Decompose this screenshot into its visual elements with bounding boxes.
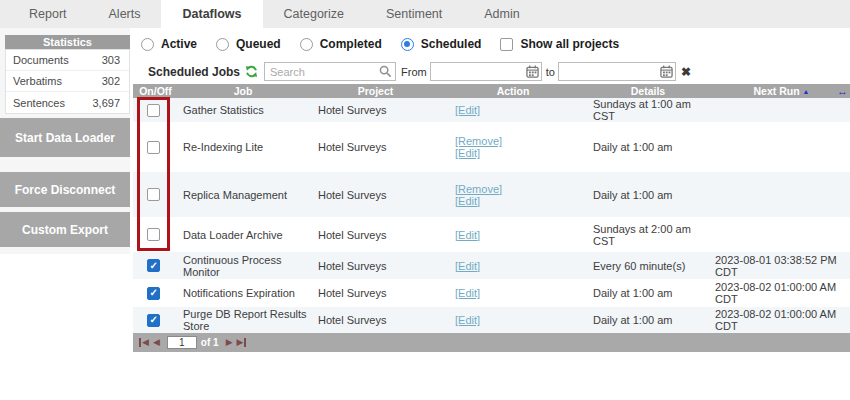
job-cell: Continuous Process Monitor (178, 252, 308, 279)
next-run-cell (713, 122, 850, 172)
stat-label: Documents (13, 54, 69, 66)
page-number-input[interactable] (167, 336, 197, 349)
force-disconnect-button[interactable]: Force Disconnect (0, 172, 130, 207)
stat-verbatims: Verbatims 302 (6, 71, 129, 92)
project-cell: Hotel Surveys (308, 172, 443, 217)
job-cell: Purge DB Report Results Store (178, 307, 308, 333)
next-page-icon[interactable]: ▶ (226, 338, 233, 347)
radio-completed[interactable]: Completed (300, 37, 382, 51)
project-cell: Hotel Surveys (308, 217, 443, 252)
top-tab-bar: Report Alerts Dataflows Categorize Senti… (0, 0, 850, 28)
remove-link[interactable]: [Remove] (455, 135, 502, 147)
job-cell: Notifications Expiration (178, 279, 308, 307)
stat-value: 302 (102, 75, 120, 87)
stat-value: 303 (102, 54, 120, 66)
tab-categorize[interactable]: Categorize (263, 0, 365, 28)
details-cell: Sundays at 1:00 am CST (583, 98, 713, 122)
edit-link[interactable]: [Edit] (455, 147, 480, 159)
onoff-checkbox[interactable] (147, 314, 160, 327)
edit-link[interactable]: [Edit] (455, 104, 480, 116)
table-body: Gather Statistics Hotel Surveys [Edit] S… (133, 98, 850, 333)
next-run-cell (713, 98, 850, 122)
statistics-panel: Documents 303 Verbatims 302 Sentences 3,… (5, 49, 130, 114)
page-count-label: of 1 (201, 337, 219, 348)
to-date-input[interactable] (558, 62, 676, 81)
col-next-run-label: Next Run (753, 85, 799, 97)
onoff-checkbox[interactable] (147, 141, 160, 154)
col-onoff[interactable]: On/Off (133, 84, 178, 98)
radio-completed-label: Completed (320, 37, 382, 51)
col-project[interactable]: Project (308, 84, 443, 98)
radio-completed-control[interactable] (300, 38, 313, 51)
column-resize-icon[interactable]: ↔ (837, 84, 848, 98)
scheduled-jobs-title: Scheduled Jobs (148, 65, 240, 79)
search-icon[interactable] (379, 65, 392, 80)
radio-active[interactable]: Active (141, 37, 197, 51)
onoff-checkbox[interactable] (147, 104, 160, 117)
from-date-wrap (430, 62, 542, 81)
details-cell: Every 60 minute(s) (583, 252, 713, 279)
project-cell: Hotel Surveys (308, 307, 443, 333)
radio-queued[interactable]: Queued (216, 37, 281, 51)
clear-dates-icon[interactable]: ✖ (681, 66, 691, 78)
table-row: Gather Statistics Hotel Surveys [Edit] S… (133, 98, 850, 122)
col-action[interactable]: Action (443, 84, 583, 98)
calendar-icon[interactable] (526, 65, 539, 80)
show-all-projects-checkbox-group[interactable]: Show all projects (500, 37, 619, 51)
from-label: From (401, 66, 427, 78)
project-cell: Hotel Surveys (308, 252, 443, 279)
last-page-icon[interactable]: ▶ (237, 338, 247, 347)
radio-queued-label: Queued (236, 37, 281, 51)
refresh-icon[interactable] (245, 65, 258, 78)
app-window: Report Alerts Dataflows Categorize Senti… (0, 0, 850, 400)
edit-link[interactable]: [Edit] (455, 195, 480, 207)
radio-active-control[interactable] (141, 38, 154, 51)
custom-export-button[interactable]: Custom Export (0, 212, 130, 247)
first-page-icon[interactable]: ◀ (139, 338, 149, 347)
tab-admin[interactable]: Admin (463, 0, 540, 28)
onoff-checkbox[interactable] (147, 259, 160, 272)
project-cell: Hotel Surveys (308, 98, 443, 122)
previous-page-icon[interactable]: ◀ (153, 338, 160, 347)
table-row: Purge DB Report Results Store Hotel Surv… (133, 307, 850, 333)
show-all-projects-label: Show all projects (520, 37, 619, 51)
edit-link[interactable]: [Edit] (455, 314, 480, 326)
col-details[interactable]: Details (583, 84, 713, 98)
edit-link[interactable]: [Edit] (455, 287, 480, 299)
search-field-wrap (264, 62, 396, 81)
pagination-bar: ◀ ◀ of 1 ▶ ▶ (133, 333, 850, 352)
edit-link[interactable]: [Edit] (455, 229, 480, 241)
sort-ascending-icon[interactable]: ▲ (803, 88, 810, 95)
tab-alerts[interactable]: Alerts (88, 0, 162, 28)
tab-sentiment[interactable]: Sentiment (365, 0, 463, 28)
stat-sentences: Sentences 3,697 (6, 92, 129, 113)
edit-link[interactable]: [Edit] (455, 260, 480, 272)
sidebar: Statistics Documents 303 Verbatims 302 S… (0, 28, 130, 254)
tab-report[interactable]: Report (8, 0, 88, 28)
radio-scheduled-control[interactable] (401, 38, 414, 51)
next-run-cell: 2023-08-02 01:00:00 AM CDT (713, 307, 850, 333)
search-input[interactable] (264, 62, 396, 81)
tab-dataflows[interactable]: Dataflows (161, 0, 262, 28)
details-cell: Sundays at 2:00 am CST (583, 217, 713, 252)
status-filter-row: Active Queued Completed Scheduled Show a… (141, 34, 638, 54)
to-label: to (546, 66, 555, 78)
onoff-checkbox[interactable] (147, 228, 160, 241)
details-cell: Daily at 1:00 am (583, 172, 713, 217)
col-job[interactable]: Job (178, 84, 308, 98)
project-cell: Hotel Surveys (308, 279, 443, 307)
onoff-checkbox[interactable] (147, 188, 160, 201)
stat-value: 3,697 (92, 97, 120, 109)
job-cell: Re-Indexing Lite (178, 122, 308, 172)
remove-link[interactable]: [Remove] (455, 183, 502, 195)
table-row: Replica Management Hotel Surveys [Remove… (133, 172, 850, 217)
show-all-projects-checkbox[interactable] (500, 38, 513, 51)
col-next-run[interactable]: Next Run ▲ (713, 84, 850, 98)
radio-scheduled[interactable]: Scheduled (401, 37, 482, 51)
onoff-checkbox[interactable] (147, 287, 160, 300)
statistics-header: Statistics (5, 35, 130, 49)
radio-queued-control[interactable] (216, 38, 229, 51)
table-row: Re-Indexing Lite Hotel Surveys [Remove] … (133, 122, 850, 172)
start-data-loader-button[interactable]: Start Data Loader (0, 118, 130, 157)
calendar-icon[interactable] (660, 65, 673, 80)
